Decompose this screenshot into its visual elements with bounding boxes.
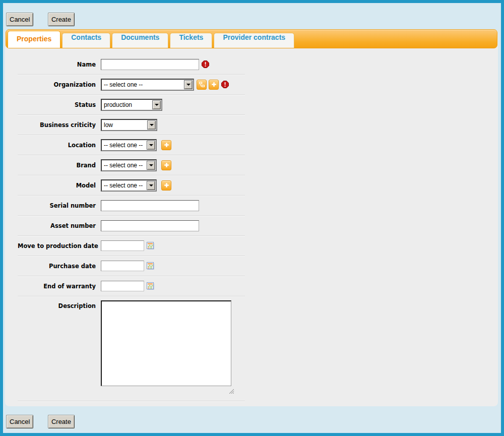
cancel-button-bottom[interactable]: Cancel	[6, 415, 33, 428]
window-background: Cancel Create Properties Contacts Docume…	[3, 3, 501, 433]
chevron-down-icon	[184, 80, 193, 89]
field-control	[101, 200, 199, 211]
field-control	[101, 300, 231, 393]
form-row-status: Statusproduction	[18, 95, 245, 115]
chevron-down-icon	[147, 181, 155, 190]
field-label-move-to-production-date: Move to production date	[18, 242, 101, 250]
chevron-down-icon	[147, 161, 155, 170]
plus-icon	[163, 162, 170, 168]
move-to-production-date-calendar-button[interactable]	[147, 242, 154, 250]
tab-properties[interactable]: Properties	[8, 31, 60, 48]
resize-handle-icon[interactable]	[229, 387, 234, 393]
end-of-warranty-calendar-button[interactable]	[147, 282, 154, 290]
form-row-serial-number: Serial number	[18, 196, 245, 216]
form-row-name: Name	[18, 54, 245, 75]
select-value: -- select one --	[102, 140, 146, 150]
chevron-down-icon	[147, 120, 156, 130]
chevron-down-icon	[147, 141, 155, 150]
form-row-purchase-date: Purchase date	[18, 256, 245, 276]
field-label-brand: Brand	[18, 162, 101, 169]
field-label-name: Name	[18, 61, 101, 68]
field-label-location: Location	[18, 142, 101, 149]
tab-documents[interactable]: Documents	[112, 33, 168, 48]
business-criticity-select[interactable]: low	[101, 119, 157, 131]
tab-bar: Properties Contacts Documents Tickets Pr…	[6, 29, 497, 48]
location-add-button[interactable]	[161, 140, 171, 150]
serial-number-input[interactable]	[101, 200, 199, 211]
select-value: -- select one --	[102, 80, 183, 90]
organization-hierarchy-button[interactable]	[197, 80, 207, 90]
form-row-description: Description	[18, 296, 245, 401]
organization-add-button[interactable]	[209, 80, 219, 90]
field-label-organization: Organization	[18, 81, 101, 88]
hierarchy-icon	[199, 81, 205, 88]
content-panel: Properties Contacts Documents Tickets Pr…	[5, 29, 498, 406]
select-value: -- select one --	[102, 180, 146, 191]
move-to-production-date-input[interactable]	[101, 240, 144, 251]
field-control	[101, 220, 199, 231]
field-label-business-criticity: Business criticity	[18, 121, 101, 129]
create-button-bottom[interactable]: Create	[48, 415, 75, 428]
plus-icon	[211, 81, 217, 88]
model-select[interactable]: -- select one --	[101, 179, 157, 192]
plus-icon	[163, 142, 170, 148]
field-control: low	[101, 119, 157, 131]
location-select[interactable]: -- select one --	[101, 139, 157, 151]
name-input[interactable]	[101, 59, 199, 70]
field-control	[101, 281, 154, 291]
calendar-icon	[147, 242, 154, 250]
description-textarea[interactable]	[101, 300, 231, 386]
field-label-serial-number: Serial number	[18, 202, 101, 209]
form-row-move-to-production-date: Move to production date	[18, 236, 245, 256]
brand-add-button[interactable]	[161, 160, 171, 170]
organization-select[interactable]: -- select one --	[101, 79, 194, 91]
chevron-down-icon	[152, 100, 161, 109]
form-row-business-criticity: Business criticitylow	[18, 115, 245, 135]
field-control: -- select one --	[101, 159, 171, 171]
field-control: production	[101, 99, 162, 111]
form-area: NameOrganization-- select one --Statuspr…	[18, 48, 245, 401]
field-label-asset-number: Asset number	[18, 222, 101, 229]
brand-select[interactable]: -- select one --	[101, 159, 157, 171]
field-control	[101, 59, 209, 70]
field-control	[101, 261, 154, 271]
form-row-asset-number: Asset number	[18, 216, 245, 236]
purchase-date-calendar-button[interactable]	[147, 262, 154, 270]
tab-tickets[interactable]: Tickets	[170, 33, 212, 48]
field-label-status: Status	[18, 101, 101, 108]
calendar-icon	[147, 282, 154, 290]
field-label-purchase-date: Purchase date	[18, 263, 101, 270]
bottom-toolbar: Cancel Create	[3, 415, 501, 428]
field-control: -- select one --	[101, 79, 229, 91]
select-value: low	[102, 120, 147, 130]
field-control: -- select one --	[101, 139, 171, 151]
field-control: -- select one --	[101, 179, 171, 192]
tab-provider-contracts[interactable]: Provider contracts	[214, 33, 294, 48]
mandatory-icon	[202, 60, 209, 68]
field-control	[101, 240, 154, 251]
plus-icon	[163, 182, 170, 189]
status-select[interactable]: production	[101, 99, 162, 111]
calendar-icon	[147, 262, 154, 270]
select-value: production	[102, 100, 152, 110]
form-row-organization: Organization-- select one --	[18, 75, 245, 95]
tab-contacts[interactable]: Contacts	[62, 33, 110, 48]
mandatory-icon	[221, 81, 229, 88]
form-row-brand: Brand-- select one --	[18, 155, 245, 175]
select-value: -- select one --	[102, 160, 146, 170]
form-row-end-of-warranty: End of warranty	[18, 276, 245, 296]
end-of-warranty-input[interactable]	[101, 281, 144, 291]
form-row-model: Model-- select one --	[18, 175, 245, 196]
model-add-button[interactable]	[161, 180, 171, 191]
asset-number-input[interactable]	[101, 220, 199, 231]
top-toolbar: Cancel Create	[3, 3, 501, 26]
field-label-end-of-warranty: End of warranty	[18, 283, 101, 290]
create-button-top[interactable]: Create	[48, 13, 75, 26]
purchase-date-input[interactable]	[101, 261, 144, 271]
form-row-location: Location-- select one --	[18, 135, 245, 155]
field-label-model: Model	[18, 182, 101, 189]
field-label-description: Description	[18, 300, 101, 309]
cancel-button-top[interactable]: Cancel	[6, 13, 33, 26]
